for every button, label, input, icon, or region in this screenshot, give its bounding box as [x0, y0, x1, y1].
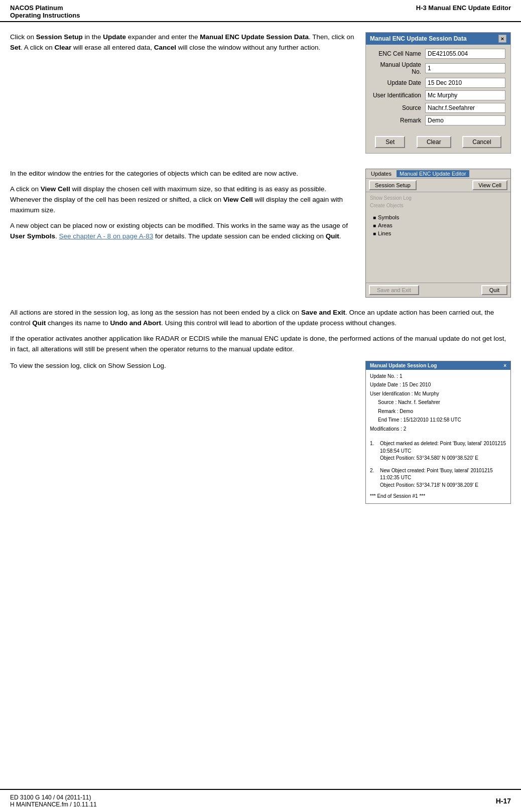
set-button[interactable]: Set: [375, 136, 405, 148]
tree-label-symbols: Symbols: [378, 214, 399, 220]
expand-icon-symbols: ■: [373, 215, 376, 220]
view-cell-bold2: View Cell: [223, 196, 253, 203]
input-source[interactable]: [425, 103, 505, 113]
quit-bold: Quit: [326, 232, 339, 240]
section-session-setup: Click on Session Setup in the Update exp…: [10, 32, 511, 154]
log-end-marker: *** End of Session #1 ***: [370, 493, 506, 500]
section-log: To view the session log, click on Show S…: [10, 361, 511, 504]
editor-menubar: Updates Manual ENC Update Editor: [366, 169, 510, 179]
log-modifications: Modifications : 2: [370, 426, 506, 433]
tree-item-lines[interactable]: ■ Lines: [368, 229, 508, 237]
session-setup-bold: Session Setup: [36, 33, 83, 41]
section-bottom-text: All actions are stored in the session lo…: [10, 308, 511, 355]
log-source: Source : Nachr. f. Seefahrer: [370, 399, 506, 407]
menu-manual-enc[interactable]: Manual ENC Update Editor: [397, 170, 469, 177]
section-editor: In the editor window the entries for the…: [10, 169, 511, 298]
field-remark: Remark: [371, 115, 505, 125]
log-close-icon[interactable]: ×: [503, 363, 506, 368]
input-enc-cell-name[interactable]: [425, 49, 505, 59]
field-source: Source: [371, 103, 505, 113]
field-label-user-id: User Identification: [371, 92, 425, 99]
set-bold: Set: [10, 44, 21, 51]
dialog-buttons: Set Clear Cancel: [366, 132, 510, 153]
input-user-id[interactable]: [425, 90, 505, 100]
footer-left: ED 3100 G 140 / 04 (2011-11)H MAINTENANC…: [10, 794, 97, 808]
log-item-2-num: 2.: [370, 467, 378, 489]
dialog-body: ENC Cell Name Manual Update No. Update D…: [366, 45, 510, 132]
footer-edition: ED 3100 G 140 / 04 (2011-11)H MAINTENANC…: [10, 794, 97, 808]
undo-abort-bold: Undo and Abort: [110, 319, 161, 327]
menu-updates[interactable]: Updates: [368, 170, 395, 177]
show-session-log-label: Show Session Log: [368, 194, 508, 202]
log-item-1-text: Object marked as deleted: Point 'Buoy, l…: [380, 440, 506, 462]
quit-button[interactable]: Quit: [481, 285, 507, 295]
log-item-2-text: New Object created: Point 'Buoy, lateral…: [380, 467, 506, 489]
field-label-source: Source: [371, 104, 425, 111]
field-user-id: User Identification: [371, 90, 505, 100]
cancel-bold: Cancel: [154, 44, 176, 51]
page-content: Click on Session Setup in the Update exp…: [0, 22, 521, 544]
header-left: NACOS Platinum Operating Instructions: [10, 4, 80, 19]
log-end-time: End Time : 15/12/2010 11:02:58 UTC: [370, 417, 506, 424]
clear-bold: Clear: [55, 44, 72, 51]
field-label-enc: ENC Cell Name: [371, 50, 425, 57]
create-objects-label: Create Objects: [368, 202, 508, 209]
view-cell-button[interactable]: View Cell: [472, 180, 507, 190]
page-header: NACOS Platinum Operating Instructions H-…: [0, 0, 521, 22]
tree-item-symbols[interactable]: ■ Symbols: [368, 213, 508, 221]
dialog-title: Manual ENC Update Session Data: [370, 35, 467, 42]
input-update-no[interactable]: [425, 63, 505, 73]
session-data-dialog: Manual ENC Update Session Data × ENC Cel…: [365, 32, 511, 154]
editor-footer: Save and Exit Quit: [366, 283, 510, 297]
header-subtitle: Operating Instructions: [10, 12, 80, 19]
log-user-id: User Identification : Mc Murphy: [370, 390, 506, 398]
log-item-2: 2. New Object created: Point 'Buoy, late…: [370, 467, 506, 489]
manual-enc-bold: Manual ENC Update Session Data: [200, 33, 309, 41]
log-item-1-num: 1.: [370, 440, 378, 462]
input-remark[interactable]: [425, 115, 505, 125]
log-update-no: Update No. : 1: [370, 373, 506, 380]
save-exit-button[interactable]: Save and Exit: [369, 285, 419, 295]
cancel-button[interactable]: Cancel: [462, 136, 501, 148]
tree-label-lines: Lines: [378, 230, 391, 236]
dialog-title-bar: Manual ENC Update Session Data ×: [366, 33, 510, 45]
log-update-date: Update Date : 15 Dec 2010: [370, 381, 506, 389]
expand-icon-lines: ■: [373, 231, 376, 236]
tree-item-areas[interactable]: ■ Areas: [368, 221, 508, 229]
clear-button[interactable]: Clear: [417, 136, 451, 148]
chapter-title: H-3 Manual ENC Update Editor: [416, 4, 511, 12]
expand-icon-areas: ■: [373, 223, 376, 228]
dialog-close-button[interactable]: ×: [498, 35, 506, 43]
session-setup-button[interactable]: Session Setup: [369, 180, 417, 190]
log-window: Manual Update Session Log × Update No. :…: [365, 361, 511, 504]
field-label-remark: Remark: [371, 117, 425, 124]
session-log-widget: Manual Update Session Log × Update No. :…: [365, 361, 511, 504]
view-cell-bold: View Cell: [41, 185, 70, 193]
log-title-bar: Manual Update Session Log ×: [366, 361, 510, 370]
editor-window-widget: Updates Manual ENC Update Editor Session…: [365, 169, 511, 298]
session-log-text: To view the session log, click on Show S…: [10, 361, 355, 504]
dialog-box: Manual ENC Update Session Data × ENC Cel…: [365, 32, 511, 154]
field-update-no: Manual Update No.: [371, 61, 505, 75]
quit-bold2: Quit: [32, 319, 46, 327]
footer-page-number: H-17: [496, 797, 511, 805]
field-update-date: Update Date: [371, 78, 505, 88]
editor-body: Show Session Log Create Objects ■ Symbol…: [366, 192, 510, 283]
log-title: Manual Update Session Log: [370, 363, 437, 368]
tree-label-areas: Areas: [378, 222, 393, 228]
field-label-update-no: Manual Update No.: [371, 61, 425, 75]
session-setup-text: Click on Session Setup in the Update exp…: [10, 32, 355, 154]
save-exit-bold: Save and Exit: [301, 309, 345, 316]
field-label-update-date: Update Date: [371, 79, 425, 86]
log-remark: Remark : Demo: [370, 408, 506, 416]
update-bold: Update: [103, 33, 126, 41]
field-enc-cell-name: ENC Cell Name: [371, 49, 505, 59]
input-update-date[interactable]: [425, 78, 505, 88]
log-body: Update No. : 1 Update Date : 15 Dec 2010…: [366, 370, 510, 503]
editor-text: In the editor window the entries for the…: [10, 169, 355, 298]
page-footer: ED 3100 G 140 / 04 (2011-11)H MAINTENANC…: [0, 789, 521, 812]
editor-toolbar: Session Setup View Cell: [366, 179, 510, 192]
user-symbols-bold: User Symbols: [10, 232, 55, 240]
chapter-link[interactable]: See chapter A - 8 on page A-83: [59, 232, 154, 240]
product-title: NACOS Platinum: [10, 4, 80, 12]
